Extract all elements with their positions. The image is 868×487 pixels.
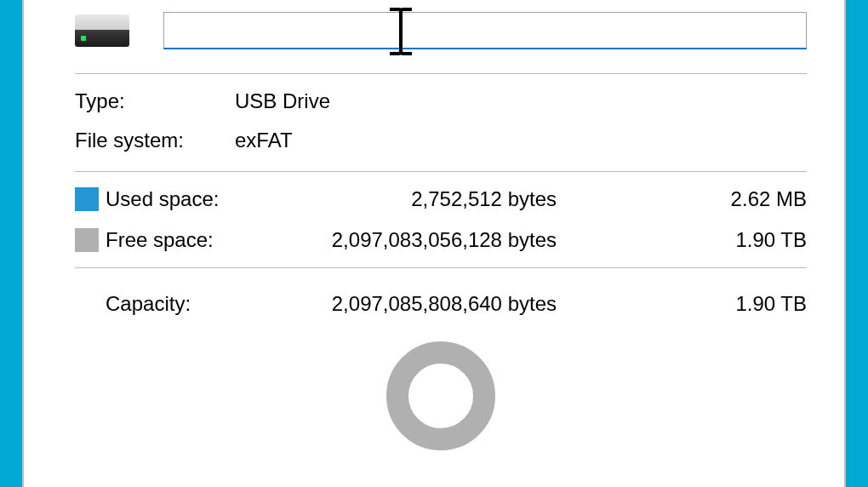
capacity-label: Capacity: <box>106 292 259 316</box>
drive-icon <box>75 14 129 47</box>
usage-pie-wrap <box>75 341 807 450</box>
space-rows: Used space: 2,752,512 bytes 2.62 MB Free… <box>75 187 807 252</box>
free-space-bytes: 2,097,083,056,128 bytes <box>259 228 591 252</box>
info-grid: Type: USB Drive File system: exFAT <box>75 89 807 152</box>
free-space-human: 1.90 TB <box>591 228 807 252</box>
type-value: USB Drive <box>235 89 807 113</box>
free-space-swatch-icon <box>75 228 99 252</box>
free-space-label: Free space: <box>106 228 259 252</box>
capacity-bytes: 2,097,085,808,640 bytes <box>259 292 591 316</box>
used-space-human: 2.62 MB <box>591 187 807 211</box>
divider <box>75 171 807 172</box>
used-space-bytes: 2,752,512 bytes <box>259 187 591 211</box>
used-space-label: Used space: <box>106 187 259 211</box>
filesystem-label: File system: <box>75 129 235 152</box>
divider <box>75 73 807 74</box>
type-label: Type: <box>75 89 235 113</box>
capacity-human: 1.90 TB <box>591 292 807 316</box>
capacity-row: Capacity: 2,097,085,808,640 bytes 1.90 T… <box>75 292 807 316</box>
filesystem-value: exFAT <box>235 129 807 152</box>
header-row <box>75 7 807 73</box>
usage-pie-icon <box>386 341 495 450</box>
drive-name-input[interactable] <box>163 12 807 49</box>
drive-properties-panel: Type: USB Drive File system: exFAT Used … <box>22 0 846 487</box>
divider <box>75 267 807 268</box>
used-space-swatch-icon <box>75 187 99 211</box>
